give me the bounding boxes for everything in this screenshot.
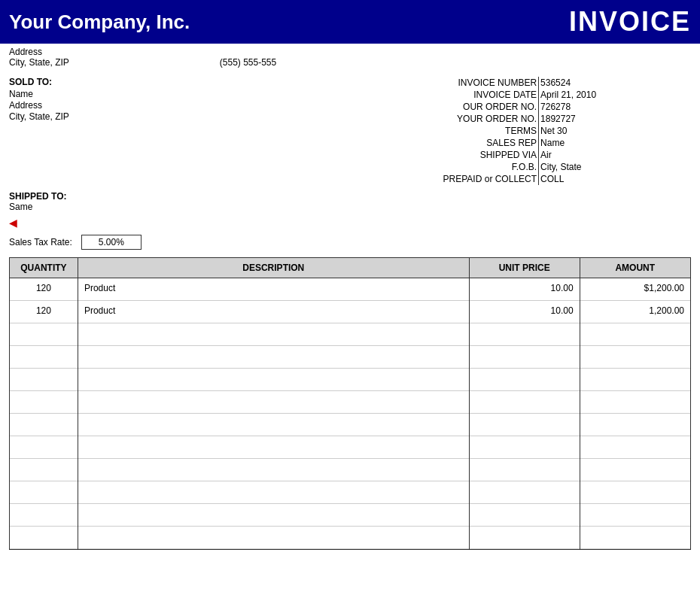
detail-label: INVOICE NUMBER (375, 77, 539, 89)
company-address-line1: Address (9, 47, 69, 57)
sold-to-city: City, State, ZIP (9, 111, 375, 122)
items-table-header: QUANTITY DESCRIPTION UNIT PRICE AMOUNT (10, 258, 690, 278)
table-row-empty (10, 504, 690, 527)
invoice-details-table: INVOICE NUMBER 536524 INVOICE DATE April… (375, 77, 691, 185)
detail-value: Net 30 (539, 125, 691, 137)
shipped-to-value: Same (9, 202, 691, 212)
info-section: SOLD TO: Name Address City, State, ZIP I… (0, 71, 700, 188)
detail-label: YOUR ORDER NO. (375, 113, 539, 125)
detail-value: 1892727 (539, 113, 691, 125)
company-address: Address City, State, ZIP (9, 47, 69, 68)
sold-to-section: SOLD TO: Name Address City, State, ZIP (9, 77, 375, 185)
sold-to-address: Address (9, 100, 375, 111)
invoice-detail-row: SALES REP Name (375, 137, 691, 149)
shipped-to-label: SHIPPED TO: (9, 191, 66, 202)
invoice-detail-row: TERMS Net 30 (375, 125, 691, 137)
row-quantity: 120 (10, 278, 78, 301)
invoice-details-section: INVOICE NUMBER 536524 INVOICE DATE April… (375, 77, 691, 185)
detail-value: City, State (539, 161, 691, 173)
tax-row: Sales Tax Rate: (0, 230, 700, 254)
table-row-empty (10, 527, 690, 549)
company-name: Your Company, Inc. (9, 11, 190, 34)
invoice-detail-row: INVOICE DATE April 21, 2010 (375, 89, 691, 101)
table-row: 120 Product 10.00 $1,200.00 (10, 278, 690, 301)
company-phone: (555) 555-555 (220, 47, 276, 68)
table-row-empty (10, 436, 690, 459)
header-description: DESCRIPTION (78, 258, 469, 278)
detail-value: Name (539, 137, 691, 149)
detail-value: 726278 (539, 101, 691, 113)
invoice-detail-row: OUR ORDER NO. 726278 (375, 101, 691, 113)
detail-value: 536524 (539, 77, 691, 89)
company-address-line2: City, State, ZIP (9, 57, 69, 68)
items-table-body: 120 Product 10.00 $1,200.00 120 Product … (10, 278, 690, 549)
detail-label: OUR ORDER NO. (375, 101, 539, 113)
row-unit-price: 10.00 (469, 278, 580, 301)
detail-label: TERMS (375, 125, 539, 137)
tax-input[interactable] (81, 235, 142, 250)
detail-value: Air (539, 149, 691, 161)
invoice-detail-row: PREPAID or COLLECT COLL (375, 173, 691, 185)
table-row: 120 Product 10.00 1,200.00 (10, 301, 690, 323)
table-row-empty (10, 323, 690, 346)
row-description: Product (78, 278, 469, 301)
detail-label: SALES REP (375, 137, 539, 149)
header-quantity: QUANTITY (10, 258, 78, 278)
row-unit-price: 10.00 (469, 301, 580, 323)
table-row-empty (10, 391, 690, 414)
header-amount: AMOUNT (580, 258, 690, 278)
header-unit-price: UNIT PRICE (469, 258, 580, 278)
invoice-detail-row: F.O.B. City, State (375, 161, 691, 173)
table-row-empty (10, 346, 690, 369)
detail-label: INVOICE DATE (375, 89, 539, 101)
invoice-title: INVOICE (569, 6, 691, 38)
detail-label: PREPAID or COLLECT (375, 173, 539, 185)
detail-label: SHIPPED VIA (375, 149, 539, 161)
header-bar: Your Company, Inc. INVOICE (0, 0, 700, 44)
invoice-detail-row: YOUR ORDER NO. 1892727 (375, 113, 691, 125)
detail-value: COLL (539, 173, 691, 185)
invoice-detail-row: INVOICE NUMBER 536524 (375, 77, 691, 89)
row-quantity: 120 (10, 301, 78, 323)
items-table: QUANTITY DESCRIPTION UNIT PRICE AMOUNT 1… (10, 258, 690, 549)
table-row-empty (10, 414, 690, 436)
row-description: Product (78, 301, 469, 323)
company-address-row: Address City, State, ZIP (555) 555-555 (0, 44, 700, 71)
shipped-to-section: SHIPPED TO: Same (0, 188, 700, 215)
detail-label: F.O.B. (375, 161, 539, 173)
row-amount: $1,200.00 (580, 278, 690, 301)
table-row-empty (10, 481, 690, 504)
table-row-empty (10, 459, 690, 481)
row-amount: 1,200.00 (580, 301, 690, 323)
table-row-empty (10, 369, 690, 391)
tax-label: Sales Tax Rate: (9, 237, 72, 247)
invoice-detail-row: SHIPPED VIA Air (375, 149, 691, 161)
items-table-wrapper: QUANTITY DESCRIPTION UNIT PRICE AMOUNT 1… (9, 257, 691, 550)
sold-to-name: Name (9, 89, 375, 99)
sold-to-label: SOLD TO: (9, 77, 375, 87)
red-arrow-indicator: ◀ (0, 215, 700, 230)
detail-value: April 21, 2010 (539, 89, 691, 101)
